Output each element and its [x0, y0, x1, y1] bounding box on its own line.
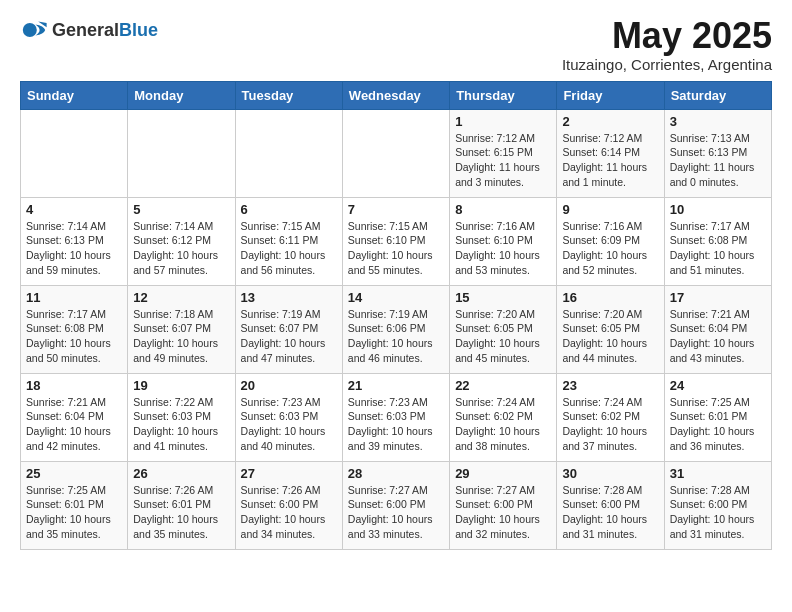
calendar-cell: 16Sunrise: 7:20 AM Sunset: 6:05 PM Dayli…	[557, 285, 664, 373]
day-info: Sunrise: 7:21 AM Sunset: 6:04 PM Dayligh…	[26, 395, 122, 454]
day-number: 28	[348, 466, 444, 481]
month-title: May 2025	[562, 16, 772, 56]
day-info: Sunrise: 7:19 AM Sunset: 6:07 PM Dayligh…	[241, 307, 337, 366]
calendar-cell: 12Sunrise: 7:18 AM Sunset: 6:07 PM Dayli…	[128, 285, 235, 373]
week-row-5: 25Sunrise: 7:25 AM Sunset: 6:01 PM Dayli…	[21, 461, 772, 549]
logo-blue: Blue	[119, 20, 158, 40]
day-number: 15	[455, 290, 551, 305]
day-number: 9	[562, 202, 658, 217]
day-number: 14	[348, 290, 444, 305]
calendar-cell: 7Sunrise: 7:15 AM Sunset: 6:10 PM Daylig…	[342, 197, 449, 285]
day-info: Sunrise: 7:25 AM Sunset: 6:01 PM Dayligh…	[26, 483, 122, 542]
calendar-cell	[21, 109, 128, 197]
day-info: Sunrise: 7:20 AM Sunset: 6:05 PM Dayligh…	[562, 307, 658, 366]
logo-text: GeneralBlue	[52, 20, 158, 41]
day-info: Sunrise: 7:17 AM Sunset: 6:08 PM Dayligh…	[670, 219, 766, 278]
calendar-cell: 18Sunrise: 7:21 AM Sunset: 6:04 PM Dayli…	[21, 373, 128, 461]
calendar-cell: 8Sunrise: 7:16 AM Sunset: 6:10 PM Daylig…	[450, 197, 557, 285]
calendar-cell: 15Sunrise: 7:20 AM Sunset: 6:05 PM Dayli…	[450, 285, 557, 373]
calendar-cell: 4Sunrise: 7:14 AM Sunset: 6:13 PM Daylig…	[21, 197, 128, 285]
weekday-header-monday: Monday	[128, 81, 235, 109]
day-info: Sunrise: 7:12 AM Sunset: 6:14 PM Dayligh…	[562, 131, 658, 190]
day-number: 10	[670, 202, 766, 217]
calendar-cell: 29Sunrise: 7:27 AM Sunset: 6:00 PM Dayli…	[450, 461, 557, 549]
calendar-cell: 3Sunrise: 7:13 AM Sunset: 6:13 PM Daylig…	[664, 109, 771, 197]
calendar-cell: 25Sunrise: 7:25 AM Sunset: 6:01 PM Dayli…	[21, 461, 128, 549]
calendar-cell: 24Sunrise: 7:25 AM Sunset: 6:01 PM Dayli…	[664, 373, 771, 461]
day-number: 17	[670, 290, 766, 305]
week-row-2: 4Sunrise: 7:14 AM Sunset: 6:13 PM Daylig…	[21, 197, 772, 285]
weekday-header-friday: Friday	[557, 81, 664, 109]
day-info: Sunrise: 7:27 AM Sunset: 6:00 PM Dayligh…	[455, 483, 551, 542]
calendar-cell: 9Sunrise: 7:16 AM Sunset: 6:09 PM Daylig…	[557, 197, 664, 285]
day-info: Sunrise: 7:15 AM Sunset: 6:10 PM Dayligh…	[348, 219, 444, 278]
calendar-cell: 22Sunrise: 7:24 AM Sunset: 6:02 PM Dayli…	[450, 373, 557, 461]
calendar-cell: 23Sunrise: 7:24 AM Sunset: 6:02 PM Dayli…	[557, 373, 664, 461]
day-info: Sunrise: 7:22 AM Sunset: 6:03 PM Dayligh…	[133, 395, 229, 454]
calendar-cell: 21Sunrise: 7:23 AM Sunset: 6:03 PM Dayli…	[342, 373, 449, 461]
calendar-cell: 27Sunrise: 7:26 AM Sunset: 6:00 PM Dayli…	[235, 461, 342, 549]
week-row-3: 11Sunrise: 7:17 AM Sunset: 6:08 PM Dayli…	[21, 285, 772, 373]
weekday-header-sunday: Sunday	[21, 81, 128, 109]
calendar-cell: 10Sunrise: 7:17 AM Sunset: 6:08 PM Dayli…	[664, 197, 771, 285]
day-number: 6	[241, 202, 337, 217]
logo-general: General	[52, 20, 119, 40]
header: GeneralBlue May 2025 Ituzaingo, Corrient…	[20, 16, 772, 73]
weekday-header-tuesday: Tuesday	[235, 81, 342, 109]
day-info: Sunrise: 7:23 AM Sunset: 6:03 PM Dayligh…	[348, 395, 444, 454]
day-number: 21	[348, 378, 444, 393]
day-info: Sunrise: 7:14 AM Sunset: 6:12 PM Dayligh…	[133, 219, 229, 278]
calendar-cell: 28Sunrise: 7:27 AM Sunset: 6:00 PM Dayli…	[342, 461, 449, 549]
day-number: 18	[26, 378, 122, 393]
week-row-1: 1Sunrise: 7:12 AM Sunset: 6:15 PM Daylig…	[21, 109, 772, 197]
calendar-cell: 17Sunrise: 7:21 AM Sunset: 6:04 PM Dayli…	[664, 285, 771, 373]
calendar-cell	[342, 109, 449, 197]
day-number: 31	[670, 466, 766, 481]
calendar-table: SundayMondayTuesdayWednesdayThursdayFrid…	[20, 81, 772, 550]
calendar-cell: 6Sunrise: 7:15 AM Sunset: 6:11 PM Daylig…	[235, 197, 342, 285]
calendar-cell	[128, 109, 235, 197]
day-number: 8	[455, 202, 551, 217]
logo: GeneralBlue	[20, 16, 158, 44]
day-number: 23	[562, 378, 658, 393]
day-info: Sunrise: 7:13 AM Sunset: 6:13 PM Dayligh…	[670, 131, 766, 190]
day-info: Sunrise: 7:27 AM Sunset: 6:00 PM Dayligh…	[348, 483, 444, 542]
day-number: 30	[562, 466, 658, 481]
day-info: Sunrise: 7:20 AM Sunset: 6:05 PM Dayligh…	[455, 307, 551, 366]
calendar-cell: 11Sunrise: 7:17 AM Sunset: 6:08 PM Dayli…	[21, 285, 128, 373]
day-info: Sunrise: 7:23 AM Sunset: 6:03 PM Dayligh…	[241, 395, 337, 454]
day-number: 4	[26, 202, 122, 217]
day-number: 1	[455, 114, 551, 129]
day-number: 11	[26, 290, 122, 305]
day-info: Sunrise: 7:14 AM Sunset: 6:13 PM Dayligh…	[26, 219, 122, 278]
calendar-cell: 30Sunrise: 7:28 AM Sunset: 6:00 PM Dayli…	[557, 461, 664, 549]
day-number: 7	[348, 202, 444, 217]
calendar-cell: 20Sunrise: 7:23 AM Sunset: 6:03 PM Dayli…	[235, 373, 342, 461]
weekday-header-row: SundayMondayTuesdayWednesdayThursdayFrid…	[21, 81, 772, 109]
day-info: Sunrise: 7:28 AM Sunset: 6:00 PM Dayligh…	[670, 483, 766, 542]
day-info: Sunrise: 7:25 AM Sunset: 6:01 PM Dayligh…	[670, 395, 766, 454]
day-info: Sunrise: 7:28 AM Sunset: 6:00 PM Dayligh…	[562, 483, 658, 542]
calendar-cell: 26Sunrise: 7:26 AM Sunset: 6:01 PM Dayli…	[128, 461, 235, 549]
day-info: Sunrise: 7:18 AM Sunset: 6:07 PM Dayligh…	[133, 307, 229, 366]
day-number: 5	[133, 202, 229, 217]
day-number: 20	[241, 378, 337, 393]
calendar-cell: 19Sunrise: 7:22 AM Sunset: 6:03 PM Dayli…	[128, 373, 235, 461]
day-number: 16	[562, 290, 658, 305]
weekday-header-saturday: Saturday	[664, 81, 771, 109]
day-number: 26	[133, 466, 229, 481]
day-number: 22	[455, 378, 551, 393]
calendar-cell: 5Sunrise: 7:14 AM Sunset: 6:12 PM Daylig…	[128, 197, 235, 285]
day-info: Sunrise: 7:16 AM Sunset: 6:09 PM Dayligh…	[562, 219, 658, 278]
day-number: 12	[133, 290, 229, 305]
day-number: 29	[455, 466, 551, 481]
day-number: 3	[670, 114, 766, 129]
day-info: Sunrise: 7:16 AM Sunset: 6:10 PM Dayligh…	[455, 219, 551, 278]
weekday-header-thursday: Thursday	[450, 81, 557, 109]
calendar-cell	[235, 109, 342, 197]
day-info: Sunrise: 7:24 AM Sunset: 6:02 PM Dayligh…	[455, 395, 551, 454]
calendar-cell: 13Sunrise: 7:19 AM Sunset: 6:07 PM Dayli…	[235, 285, 342, 373]
day-info: Sunrise: 7:19 AM Sunset: 6:06 PM Dayligh…	[348, 307, 444, 366]
day-number: 2	[562, 114, 658, 129]
calendar-cell: 1Sunrise: 7:12 AM Sunset: 6:15 PM Daylig…	[450, 109, 557, 197]
